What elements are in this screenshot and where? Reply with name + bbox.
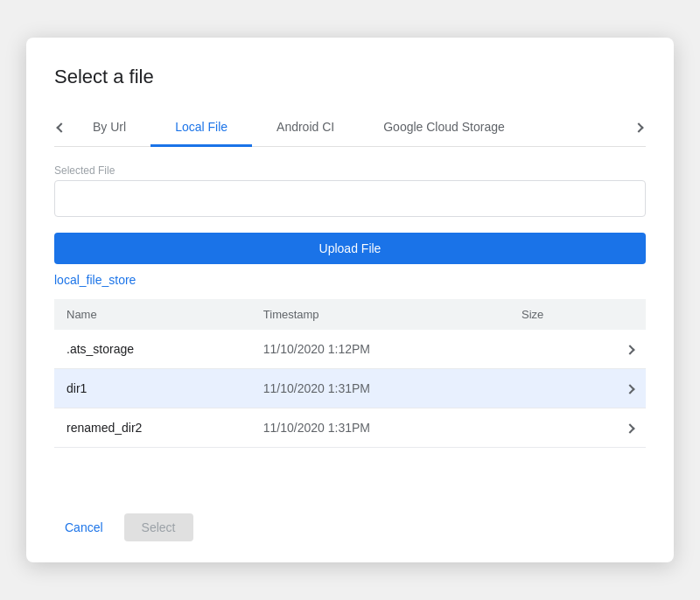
file-size-cell bbox=[509, 330, 614, 369]
file-timestamp-cell: 11/10/2020 1:31PM bbox=[251, 368, 509, 408]
tab-local-file[interactable]: Local File bbox=[150, 109, 252, 147]
tabs-prev-arrow[interactable] bbox=[54, 117, 68, 138]
upload-file-button[interactable]: Upload File bbox=[54, 233, 646, 264]
file-timestamp-cell: 11/10/2020 1:31PM bbox=[251, 408, 509, 447]
chevron-right-icon bbox=[634, 122, 643, 132]
chevron-left-icon bbox=[56, 122, 66, 132]
store-link[interactable]: local_file_store bbox=[54, 273, 646, 287]
select-button[interactable]: Select bbox=[124, 513, 193, 541]
table-header-row: Name Timestamp Size bbox=[54, 299, 646, 330]
file-size-cell bbox=[509, 368, 614, 408]
file-size-cell bbox=[509, 408, 614, 447]
chevron-right-icon bbox=[625, 384, 634, 394]
tab-android-ci[interactable]: Android CI bbox=[252, 109, 359, 147]
tabs-container: By Url Local File Android CI Google Clou… bbox=[54, 109, 646, 147]
tab-google-cloud-storage[interactable]: Google Cloud Storage bbox=[359, 109, 529, 147]
selected-file-field: Selected File bbox=[54, 164, 646, 233]
select-file-dialog: Select a file By Url Local File Android … bbox=[26, 38, 674, 562]
col-name-header: Name bbox=[54, 299, 251, 330]
file-row-arrow bbox=[614, 368, 646, 408]
dialog-footer: Cancel Select bbox=[54, 492, 646, 541]
file-name-cell: dir1 bbox=[54, 368, 251, 408]
table-row[interactable]: dir111/10/2020 1:31PM bbox=[54, 368, 646, 408]
table-row[interactable]: .ats_storage11/10/2020 1:12PM bbox=[54, 330, 646, 369]
dialog-title: Select a file bbox=[54, 66, 646, 88]
col-size-header: Size bbox=[509, 299, 614, 330]
selected-file-input[interactable] bbox=[54, 180, 646, 217]
cancel-button[interactable]: Cancel bbox=[54, 513, 114, 541]
file-name-cell: .ats_storage bbox=[54, 330, 251, 369]
col-arrow-header bbox=[614, 299, 646, 330]
tabs-next-arrow[interactable] bbox=[632, 117, 646, 138]
table-row[interactable]: renamed_dir211/10/2020 1:31PM bbox=[54, 408, 646, 447]
chevron-right-icon bbox=[625, 423, 634, 433]
tab-by-url[interactable]: By Url bbox=[68, 109, 150, 147]
file-name-cell: renamed_dir2 bbox=[54, 408, 251, 447]
file-row-arrow bbox=[614, 408, 646, 447]
chevron-right-icon bbox=[625, 345, 634, 354]
tabs-list: By Url Local File Android CI Google Clou… bbox=[68, 109, 632, 146]
col-timestamp-header: Timestamp bbox=[251, 299, 509, 330]
file-timestamp-cell: 11/10/2020 1:12PM bbox=[251, 330, 509, 369]
file-table: Name Timestamp Size .ats_storage11/10/20… bbox=[54, 299, 646, 448]
file-row-arrow bbox=[614, 330, 646, 369]
selected-file-label: Selected File bbox=[54, 164, 646, 177]
